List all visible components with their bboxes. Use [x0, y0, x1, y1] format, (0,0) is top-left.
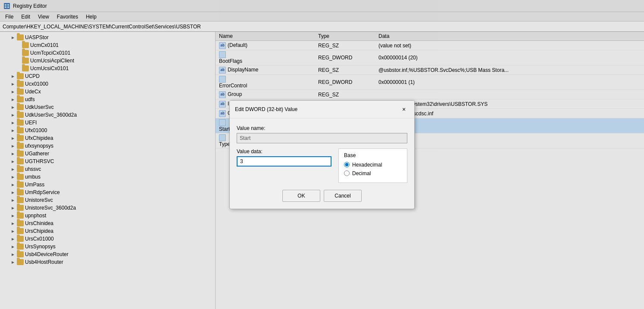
base-section: Base Hexadecimal Decimal — [338, 148, 407, 183]
dialog-title: Edit DWORD (32-bit) Value — [235, 106, 297, 112]
hexadecimal-label: Hexadecimal — [352, 162, 382, 168]
base-label: Base — [344, 152, 402, 158]
dialog-body: Value name: Value data: Base Hexadecimal… — [230, 118, 414, 209]
cancel-button[interactable]: Cancel — [324, 190, 362, 202]
hexadecimal-radio[interactable] — [344, 162, 350, 167]
decimal-radio-row: Decimal — [344, 170, 402, 176]
dialog-overlay: Edit DWORD (32-bit) Value × Value name: … — [0, 0, 644, 309]
dialog-row: Value data: Base Hexadecimal Decimal — [237, 148, 407, 183]
value-data-input[interactable] — [237, 156, 331, 167]
value-name-label: Value name: — [237, 125, 407, 131]
value-data-label: Value data: — [237, 148, 331, 154]
ok-button[interactable]: OK — [282, 190, 320, 202]
hexadecimal-radio-row: Hexadecimal — [344, 162, 402, 168]
decimal-label: Decimal — [352, 170, 371, 176]
decimal-radio[interactable] — [344, 170, 350, 176]
dialog-close-button[interactable]: × — [399, 104, 409, 114]
value-name-input[interactable] — [237, 133, 407, 143]
edit-dword-dialog: Edit DWORD (32-bit) Value × Value name: … — [229, 100, 415, 209]
dialog-buttons: OK Cancel — [237, 190, 407, 202]
value-data-section: Value data: — [237, 148, 331, 183]
dialog-titlebar: Edit DWORD (32-bit) Value × — [230, 101, 414, 118]
